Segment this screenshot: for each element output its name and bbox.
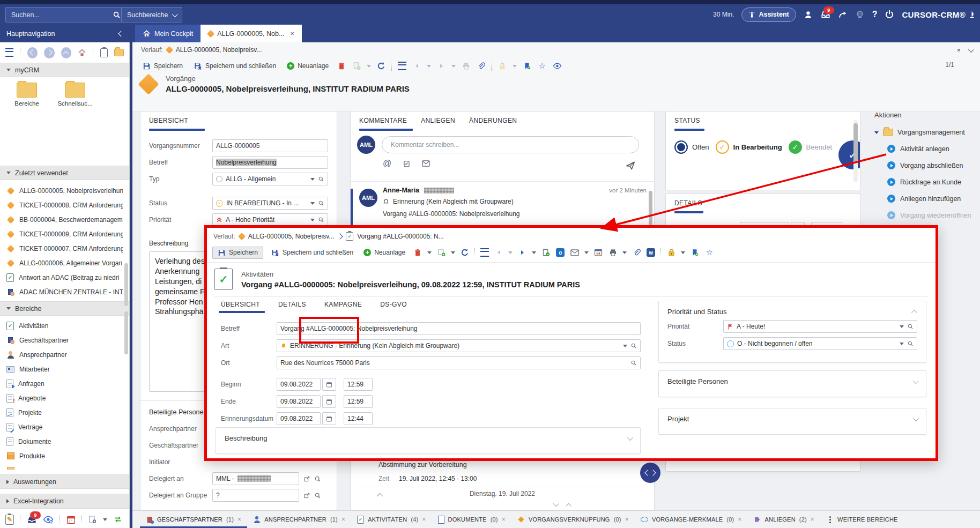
clipboard-icon[interactable]: [100, 48, 108, 57]
bookmark-icon[interactable]: [522, 61, 532, 71]
erinnerung-time-field[interactable]: 12:44: [344, 412, 373, 425]
save-close-button[interactable]: Speichern und schließen: [268, 247, 356, 259]
breadcrumb-item[interactable]: ALLG-0000005, Nobelpreisv...: [176, 46, 262, 54]
calendar-button[interactable]: [322, 395, 336, 408]
list-item[interactable]: Antwort an ADAC (Beitrag zu niedri: [0, 270, 129, 285]
open-record-icon[interactable]: [303, 492, 310, 499]
comment-input-wrap[interactable]: [382, 136, 639, 153]
art-field[interactable]: ERINNERUNG - Erinnerung (Kein Abgleich m…: [277, 339, 641, 352]
refresh-icon[interactable]: [376, 61, 386, 71]
list-item[interactable]: Dokumente: [0, 434, 129, 449]
tab-record-allg-0000005[interactable]: ALLG-0000005, Nob... ×: [201, 25, 302, 42]
send-icon[interactable]: [625, 161, 636, 170]
chevron-down-icon[interactable]: [427, 251, 432, 254]
new-record-button[interactable]: + Neuanlage: [361, 247, 408, 258]
chevron-down-icon[interactable]: [451, 65, 456, 68]
chevron-down-icon[interactable]: [913, 415, 919, 421]
email-icon[interactable]: [570, 248, 580, 257]
action-item[interactable]: Aktivität anlegen: [887, 145, 980, 153]
open-record-icon[interactable]: [303, 475, 310, 482]
chevron-up-icon[interactable]: [911, 309, 917, 315]
close-icon[interactable]: ×: [956, 46, 961, 54]
list-item[interactable]: ALLG-0000006, Allgemeiner Vorgan: [0, 256, 129, 270]
chevron-down-icon[interactable]: [532, 251, 536, 254]
mention-icon[interactable]: @: [383, 159, 391, 168]
forward-icon[interactable]: [517, 248, 527, 257]
delete-icon[interactable]: [413, 248, 422, 257]
word-icon[interactable]: w: [646, 248, 656, 257]
chevron-down-icon[interactable]: [623, 345, 627, 347]
action-item[interactable]: Anliegen hinzufügen: [887, 195, 980, 203]
sidebar-collapsed-section[interactable]: Auswertungen: [0, 474, 129, 489]
save-button[interactable]: Speichern: [212, 247, 263, 259]
status-scrollbar-thumb[interactable]: [853, 123, 858, 162]
assistant-button[interactable]: Assistent: [741, 8, 796, 22]
list-item[interactable]: Produkte: [0, 449, 129, 463]
chevron-down-icon[interactable]: [627, 434, 633, 440]
list-item[interactable]: Anfragen: [0, 376, 129, 391]
action-item[interactable]: Rückfrage an Kunde: [887, 178, 980, 186]
close-icon[interactable]: ×: [237, 516, 241, 523]
close-icon[interactable]: ×: [811, 516, 814, 523]
bottom-tab[interactable]: VORGANGSVERKNÜPFUNG (0) ×: [511, 511, 635, 528]
folder-tile[interactable]: Schnellsuc...: [56, 83, 94, 107]
chevron-down-icon[interactable]: [103, 518, 107, 521]
copy-icon[interactable]: [352, 61, 361, 71]
new-folder-icon[interactable]: [114, 49, 124, 56]
calendar-button[interactable]: [322, 378, 336, 391]
betreff-field[interactable]: Nobelpreisverleihung: [212, 156, 328, 169]
chevron-down-icon[interactable]: [900, 343, 904, 345]
action-item[interactable]: Vorgang wiedereröffnen: [887, 211, 980, 219]
chevron-down-icon[interactable]: [584, 251, 589, 254]
tab-uebersicht[interactable]: ÜBERSICHT: [149, 111, 188, 129]
inbox-icon[interactable]: 9: [27, 515, 37, 525]
chevron-down-icon[interactable]: [622, 251, 627, 254]
status-step[interactable]: Offen: [674, 140, 709, 154]
attachment-icon[interactable]: [632, 248, 641, 257]
status-step[interactable]: Beendet: [789, 140, 832, 154]
refresh-icon[interactable]: [460, 248, 470, 257]
close-icon[interactable]: ×: [422, 516, 426, 523]
close-icon[interactable]: ×: [502, 516, 506, 523]
ort-field[interactable]: Rue des Nourrices 75000 Paris: [277, 356, 641, 369]
sidebar-scrollbar-thumb[interactable]: [124, 311, 128, 354]
bottom-tab[interactable]: DOKUMENTE (0) ×: [432, 511, 511, 528]
search-icon[interactable]: [630, 343, 637, 349]
list-item[interactable]: Aktivitäten: [0, 318, 129, 333]
chevron-down-icon[interactable]: [681, 251, 685, 254]
list-item[interactable]: Ansprechpartner: [0, 347, 129, 362]
back-icon[interactable]: [412, 61, 421, 71]
folder-tile[interactable]: Bereiche: [8, 83, 46, 107]
outlook-icon[interactable]: o: [555, 248, 565, 257]
erinnerung-date-field[interactable]: 09.08.2022: [277, 412, 321, 425]
projekt-card[interactable]: Projekt: [658, 408, 926, 435]
nav-forward-icon[interactable]: [44, 47, 54, 58]
search-input[interactable]: [10, 11, 113, 19]
calendar-icon[interactable]: [66, 515, 76, 524]
task-icon[interactable]: [403, 160, 410, 168]
chevron-down-icon[interactable]: [508, 251, 513, 254]
menu-icon[interactable]: [398, 62, 406, 70]
close-icon[interactable]: ×: [341, 516, 345, 523]
comment-input[interactable]: [390, 140, 631, 149]
sync-status-icon[interactable]: [855, 10, 865, 19]
list-item[interactable]: Verträge: [0, 420, 129, 434]
tab-item[interactable]: KOMMENTARE: [359, 111, 407, 129]
chevron-down-icon[interactable]: [553, 501, 559, 507]
prioritaet-field[interactable]: A - Hohe Priorität: [212, 213, 328, 226]
print-icon[interactable]: [461, 61, 471, 71]
redo-icon[interactable]: [838, 10, 848, 19]
chevron-down-icon[interactable]: [513, 65, 517, 68]
chevron-down-icon[interactable]: [310, 219, 315, 221]
list-item[interactable]: ALLG-0000005, Nobelpreisverleihun: [0, 183, 129, 198]
status-field[interactable]: O - Nicht begonnen / offen: [723, 337, 917, 350]
task-check-icon[interactable]: [541, 248, 551, 257]
close-icon[interactable]: ×: [290, 29, 294, 38]
typ-field[interactable]: ALLG - Allgemein: [212, 173, 328, 185]
home-icon[interactable]: [78, 48, 86, 57]
calendar-people-icon[interactable]: [593, 248, 603, 257]
attachment-icon[interactable]: [476, 61, 486, 71]
list-item[interactable]: ADAC MÜNCHEN ZENTRALE - INTE: [0, 285, 129, 299]
list-item[interactable]: Geschäftspartner: [0, 333, 129, 347]
save-close-button[interactable]: Speichern und schließen: [191, 60, 279, 72]
